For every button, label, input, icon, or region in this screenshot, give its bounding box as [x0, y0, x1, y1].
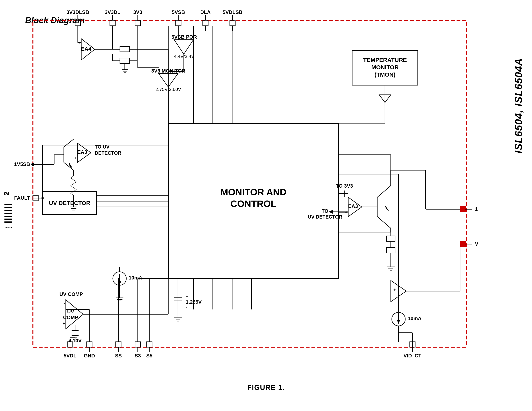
- svg-line-123: [71, 193, 74, 195]
- svg-text:CONTROL: CONTROL: [230, 199, 276, 209]
- svg-text:EA4: EA4: [81, 46, 92, 52]
- svg-line-121: [71, 186, 76, 189]
- svg-text:EA3: EA3: [77, 149, 87, 155]
- svg-rect-18: [176, 20, 181, 26]
- svg-text:UV DETECTOR: UV DETECTOR: [308, 214, 342, 220]
- svg-line-106: [64, 139, 74, 147]
- svg-rect-21: [203, 20, 208, 26]
- svg-line-120: [71, 182, 76, 186]
- svg-text:5VSB: 5VSB: [172, 9, 185, 15]
- svg-text:10mA: 10mA: [408, 316, 422, 321]
- svg-text:1V2VID: 1V2VID: [475, 206, 478, 212]
- svg-marker-191: [329, 210, 333, 214]
- svg-text:-: -: [346, 198, 347, 203]
- page: 2 intersil ISL6504, ISL6504A Block Diagr…: [0, 0, 532, 411]
- svg-text:+: +: [393, 287, 396, 292]
- svg-rect-24: [230, 20, 235, 26]
- svg-text:SS: SS: [115, 353, 122, 359]
- svg-rect-15: [135, 20, 141, 26]
- svg-text:3V3: 3V3: [133, 9, 142, 15]
- svg-text:DETECTOR: DETECTOR: [95, 150, 121, 156]
- svg-text:(TMON): (TMON): [375, 71, 395, 78]
- svg-text:+: +: [345, 210, 347, 215]
- svg-line-119: [71, 178, 76, 182]
- svg-text:MONITOR AND: MONITOR AND: [220, 187, 286, 197]
- svg-text:5VDL: 5VDL: [64, 353, 76, 359]
- svg-text:10mA: 10mA: [129, 275, 142, 281]
- svg-text:VID_CT: VID_CT: [404, 353, 422, 359]
- svg-text:3V3DLSB: 3V3DLSB: [66, 9, 89, 15]
- svg-text:-: -: [79, 41, 80, 46]
- svg-rect-8: [33, 20, 466, 347]
- svg-marker-196: [385, 205, 389, 211]
- svg-text:1V5SB: 1V5SB: [14, 161, 30, 167]
- svg-rect-9: [75, 20, 80, 26]
- svg-rect-92: [120, 47, 130, 52]
- svg-rect-48: [460, 241, 466, 247]
- svg-marker-108: [69, 161, 73, 168]
- chip-name: ISL6504, ISL6504A: [513, 58, 524, 154]
- svg-text:MONITOR: MONITOR: [371, 64, 399, 70]
- svg-rect-30: [87, 342, 92, 347]
- svg-text:FAULT: FAULT: [14, 195, 30, 201]
- svg-text:TEMPERATURE: TEMPERATURE: [363, 57, 407, 63]
- svg-text:+: +: [63, 321, 65, 326]
- svg-rect-12: [110, 20, 115, 26]
- svg-line-194: [377, 186, 391, 197]
- svg-text:-: -: [64, 301, 65, 306]
- svg-text:4.4V/3.4V: 4.4V/3.4V: [174, 54, 194, 59]
- svg-marker-220: [397, 320, 400, 324]
- circuit-diagram: 3V3DLSB 3V3DL 3V3 5VSB DLA 5VDLSB 5VDL G…: [0, 0, 478, 360]
- svg-text:5VSB POR: 5VSB POR: [171, 34, 197, 40]
- svg-text:DLA: DLA: [200, 9, 211, 15]
- svg-rect-94: [120, 58, 130, 64]
- svg-text:-: -: [394, 281, 395, 286]
- svg-rect-204: [387, 248, 395, 253]
- svg-text:+: +: [74, 156, 76, 160]
- svg-text:-: -: [186, 305, 187, 309]
- svg-rect-202: [387, 236, 395, 241]
- svg-text:5VDLSB: 5VDLSB: [223, 9, 243, 15]
- svg-text:GND: GND: [84, 353, 95, 359]
- svg-line-118: [71, 176, 74, 178]
- svg-text:S5: S5: [146, 353, 152, 359]
- svg-text:1.265V: 1.265V: [186, 299, 202, 305]
- svg-line-195: [377, 217, 391, 228]
- svg-text:3V3DL: 3V3DL: [105, 9, 121, 15]
- svg-text:UV COMP: UV COMP: [59, 291, 83, 297]
- svg-line-107: [64, 162, 74, 170]
- svg-marker-70: [174, 40, 193, 54]
- svg-text:UV DETECTOR: UV DETECTOR: [49, 200, 91, 206]
- svg-text:S3: S3: [135, 353, 141, 359]
- svg-text:+: +: [186, 294, 188, 299]
- svg-text:COMP: COMP: [63, 315, 78, 320]
- svg-rect-39: [147, 342, 152, 347]
- svg-rect-36: [135, 342, 141, 347]
- svg-text:+: +: [78, 53, 80, 57]
- svg-text:VID_PG: VID_PG: [475, 241, 478, 247]
- svg-rect-45: [460, 206, 466, 212]
- figure-label: FIGURE 1.: [247, 383, 285, 392]
- svg-text:EA3: EA3: [348, 203, 358, 209]
- svg-point-132: [41, 197, 44, 199]
- svg-text:TO: TO: [322, 208, 328, 214]
- svg-rect-33: [116, 342, 121, 347]
